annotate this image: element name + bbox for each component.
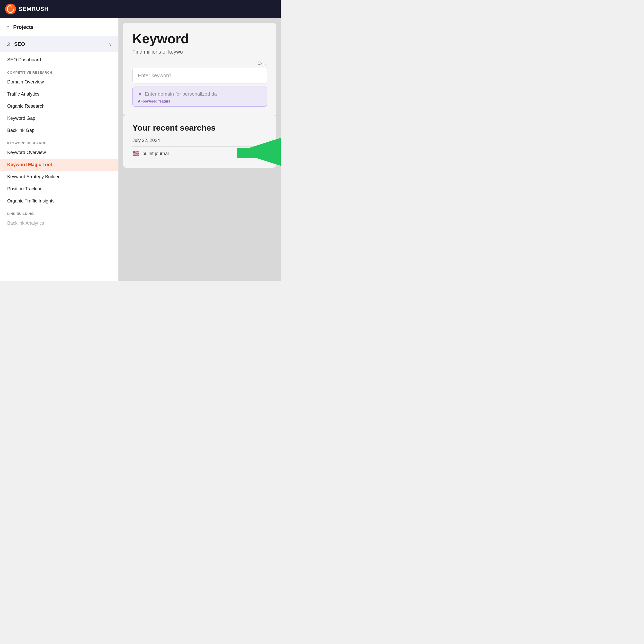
seo-icon: ⊙: [6, 41, 11, 47]
date-label: July 22, 2024: [132, 138, 267, 143]
ai-domain-input[interactable]: ✦ Enter domain for personalized da AI-po…: [132, 87, 267, 107]
example-label: Ex...: [132, 61, 267, 66]
flag-icon: 🇺🇸: [132, 150, 139, 157]
page-title: Keyword: [132, 31, 267, 46]
chevron-down-icon: ∨: [109, 41, 112, 47]
seo-section-header[interactable]: ⊙ SEO ∨: [0, 36, 118, 52]
page-subtitle: Find millions of keywo: [132, 49, 267, 55]
logo-container: SEMRUSH: [5, 4, 49, 14]
sidebar-item-domain-overview[interactable]: Domain Overview: [0, 76, 118, 88]
section-label-competitive-research: COMPETITIVE RESEARCH: [0, 66, 118, 76]
semrush-logo-icon: [5, 4, 16, 14]
section-label-link-building: LINK BUILDING: [0, 207, 118, 217]
sidebar-item-keyword-magic-tool[interactable]: Keyword Magic Tool: [0, 159, 118, 171]
logo-text: SEMRUSH: [19, 6, 49, 12]
keyword-search-input[interactable]: Enter keyword: [132, 68, 267, 83]
keyword-placeholder: Enter keyword: [138, 73, 171, 78]
sidebar-item-backlink-gap[interactable]: Backlink Gap: [0, 124, 118, 137]
ai-domain-placeholder: Enter domain for personalized da: [145, 91, 217, 97]
ai-powered-badge: AI-powered feature: [138, 99, 261, 106]
sidebar: ⌂ Projects ⊙ SEO ∨ SEO Dashboard COMPETI…: [0, 18, 118, 281]
sidebar-item-projects[interactable]: ⌂ Projects: [0, 18, 118, 36]
top-header: SEMRUSH: [0, 0, 281, 18]
sidebar-item-keyword-overview[interactable]: Keyword Overview: [0, 147, 118, 159]
search-result-row[interactable]: 🇺🇸 bullet journal: [132, 146, 267, 160]
main-layout: ⌂ Projects ⊙ SEO ∨ SEO Dashboard COMPETI…: [0, 18, 281, 281]
sidebar-item-backlink-analytics[interactable]: Backlink Analytics: [0, 217, 118, 229]
sidebar-item-position-tracking[interactable]: Position Tracking: [0, 183, 118, 195]
sparkle-icon: ✦: [138, 91, 142, 97]
sidebar-item-organic-research[interactable]: Organic Research: [0, 100, 118, 112]
recent-searches-title: Your recent searches: [132, 123, 267, 133]
sidebar-item-traffic-analytics[interactable]: Traffic Analytics: [0, 88, 118, 100]
sidebar-item-organic-traffic-insights[interactable]: Organic Traffic Insights: [0, 195, 118, 207]
section-label-keyword-research: KEYWORD RESEARCH: [0, 137, 118, 147]
search-term: bullet journal: [142, 151, 169, 156]
seo-label: SEO: [14, 41, 25, 47]
main-content-area: Keyword Find millions of keywo Ex... Ent…: [118, 18, 281, 281]
seo-section-left: ⊙ SEO: [6, 41, 25, 47]
sidebar-item-keyword-gap[interactable]: Keyword Gap: [0, 112, 118, 124]
home-icon: ⌂: [6, 24, 10, 30]
recent-searches-section: Your recent searches July 22, 2024 🇺🇸 bu…: [123, 116, 276, 168]
sidebar-item-keyword-strategy-builder[interactable]: Keyword Strategy Builder: [0, 171, 118, 183]
projects-label: Projects: [13, 24, 33, 30]
sidebar-item-seo-dashboard[interactable]: SEO Dashboard: [0, 54, 118, 66]
sidebar-menu: SEO Dashboard COMPETITIVE RESEARCH Domai…: [0, 52, 118, 231]
keyword-tool-card: Keyword Find millions of keywo Ex... Ent…: [123, 23, 276, 116]
